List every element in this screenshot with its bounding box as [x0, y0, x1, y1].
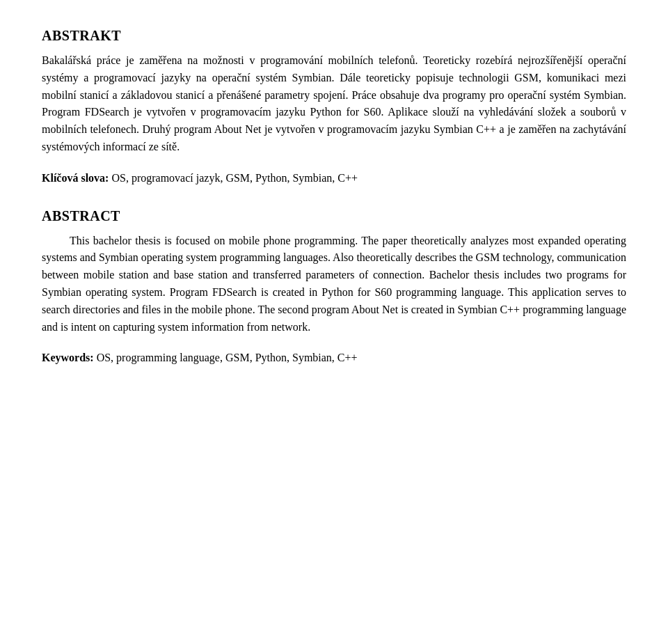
abstrakt-body: Bakalářská práce je zaměřena na možnosti…	[42, 52, 626, 156]
abstract-keywords: Keywords: OS, programming language, GSM,…	[42, 350, 626, 367]
abstrakt-keywords-value: OS, programovací jazyk, GSM, Python, Sym…	[111, 172, 358, 184]
abstrakt-section: ABSTRAKT Bakalářská práce je zaměřena na…	[42, 28, 626, 187]
abstract-title: ABSTRACT	[42, 208, 626, 224]
abstrakt-paragraph-1: Bakalářská práce je zaměřena na možnosti…	[42, 52, 626, 156]
abstract-keywords-value: OS, programming language, GSM, Python, S…	[97, 352, 358, 363]
abstract-body: This bachelor thesis is focused on mobil…	[42, 233, 626, 336]
abstrakt-keywords: Klíčová slova: OS, programovací jazyk, G…	[42, 170, 626, 187]
abstract-section: ABSTRACT This bachelor thesis is focused…	[42, 208, 626, 368]
abstract-keywords-label: Keywords:	[42, 352, 94, 363]
abstrakt-keywords-label: Klíčová slova:	[42, 172, 109, 184]
abstrakt-title: ABSTRAKT	[42, 28, 626, 44]
abstract-paragraph-1: This bachelor thesis is focused on mobil…	[42, 233, 626, 336]
